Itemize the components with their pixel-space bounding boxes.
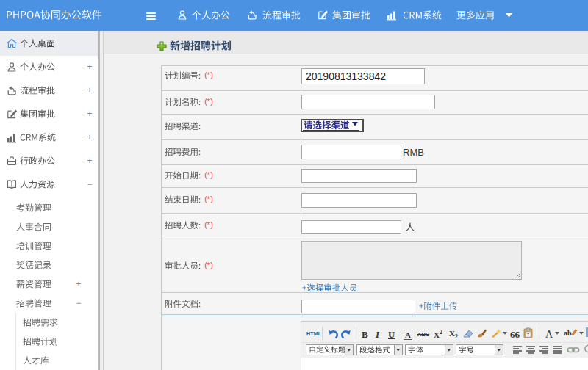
- svg-text:T: T: [527, 333, 530, 337]
